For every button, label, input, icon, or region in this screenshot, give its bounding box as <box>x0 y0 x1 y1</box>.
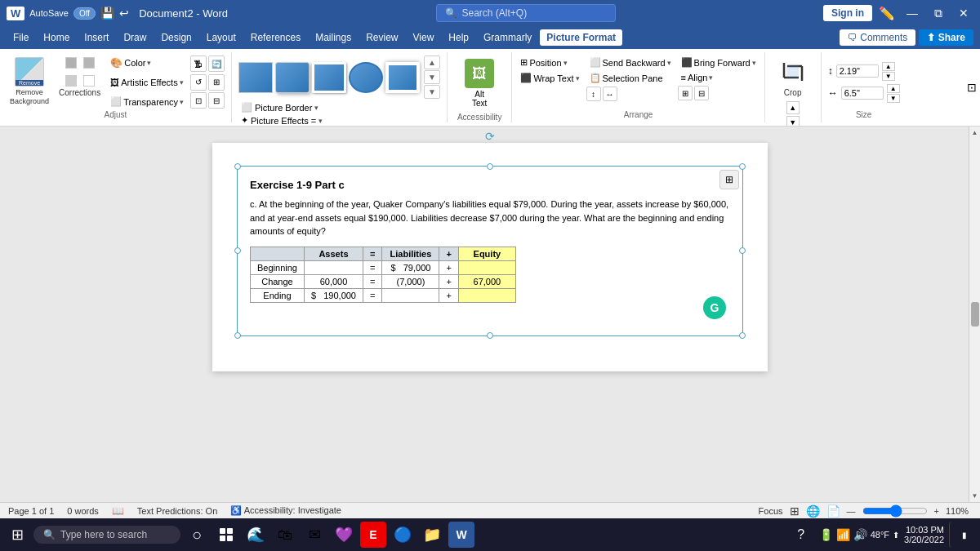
menu-view[interactable]: View <box>407 29 441 46</box>
taskbar-apps-button[interactable] <box>213 522 239 548</box>
picture-effects-button[interactable]: ✦ Picture Effects = ▾ <box>238 114 440 127</box>
selection-pane-button[interactable]: 📋 Selection Pane <box>586 71 675 85</box>
taskbar-circle-button[interactable]: ○ <box>184 522 210 548</box>
arrange-mini-1[interactable]: ↕ <box>586 87 601 101</box>
resize-handle-br[interactable] <box>739 332 746 339</box>
position-button[interactable]: ⊞ Position ▾ <box>517 56 582 69</box>
view-read-icon[interactable]: 📄 <box>826 504 840 518</box>
menu-insert[interactable]: Insert <box>78 29 115 46</box>
taskbar-help-icon[interactable]: ? <box>788 522 814 548</box>
picture-border-button[interactable]: ⬜ Picture Border ▾ <box>238 101 440 113</box>
resize-handle-tc[interactable] <box>487 163 493 170</box>
width-up[interactable]: ▲ <box>887 84 900 93</box>
accessibility-status[interactable]: ♿ Accessibility: Investigate <box>230 505 341 516</box>
clock[interactable]: 10:03 PM 3/20/2022 <box>904 525 944 544</box>
menu-design[interactable]: Design <box>154 29 198 46</box>
menu-file[interactable]: File <box>7 29 35 46</box>
height-input[interactable] <box>836 64 879 78</box>
resize-handle-tr[interactable] <box>739 163 746 170</box>
selected-image-container[interactable]: ⊞ Exercise 1-9 Part c c. At the beginnin… <box>237 166 743 336</box>
taskbar-chrome-icon[interactable]: 🔵 <box>390 522 416 548</box>
minimize-button[interactable]: — <box>902 7 923 20</box>
menu-help[interactable]: Help <box>442 29 475 46</box>
wrap-options-icon[interactable]: ⊞ <box>719 170 739 189</box>
rotate-handle[interactable]: ⟳ <box>485 130 495 143</box>
taskbar-search[interactable]: 🔍 Type here to search <box>33 526 180 544</box>
start-button[interactable]: ⊞ <box>5 522 30 547</box>
grammarly-button[interactable]: G <box>703 296 726 319</box>
reset-size-button[interactable]: ⊡ <box>190 92 207 109</box>
taskbar-e-icon[interactable]: E <box>360 522 386 548</box>
comments-button[interactable]: 🗨 Comments <box>840 29 915 46</box>
color-button[interactable]: 🎨 Color ▾ <box>107 56 187 70</box>
corrections-button[interactable]: Corrections <box>56 56 104 100</box>
scroll-down-icon[interactable]: ▼ <box>972 492 978 500</box>
resize-handle-bl[interactable] <box>234 332 241 339</box>
ribbon-expand-icon[interactable]: ⊡ <box>964 78 980 97</box>
close-button[interactable]: ✕ <box>954 7 973 20</box>
text-predictions[interactable]: Text Predictions: On <box>137 506 217 516</box>
reset-picture-button[interactable]: ↺ <box>190 74 207 91</box>
share-button[interactable]: ⬆ Share <box>919 29 973 46</box>
picture-style-1[interactable] <box>238 62 273 93</box>
search-box[interactable]: 🔍 Search (Alt+Q) <box>436 4 616 22</box>
menu-review[interactable]: Review <box>359 29 404 46</box>
send-backward-button[interactable]: ⬜ Send Backward ▾ <box>586 56 675 69</box>
transparency-button[interactable]: ⬜ Transparency ▾ <box>107 95 187 109</box>
resize-handle-mr[interactable] <box>739 247 746 254</box>
style-scroll-up[interactable]: ▲ <box>424 56 440 69</box>
artistic-effects-button[interactable]: 🖼 Artistic Effects ▾ <box>107 76 187 89</box>
style-more[interactable]: ▼ <box>424 85 440 99</box>
menu-references[interactable]: References <box>244 29 307 46</box>
remove-background-button[interactable]: Remove RemoveBackground <box>7 56 52 108</box>
autosave-toggle[interactable]: Off <box>74 7 96 20</box>
width-down[interactable]: ▼ <box>887 94 900 103</box>
style-scroll-down[interactable]: ▼ <box>424 70 440 84</box>
align-button[interactable]: ≡ Align ▾ <box>678 71 760 84</box>
adjust-misc-button[interactable]: ⊟ <box>208 92 225 109</box>
sign-in-button[interactable]: Sign in <box>823 5 872 21</box>
view-layout-icon[interactable]: ⊞ <box>790 504 800 518</box>
expand-button[interactable]: ⊞ <box>208 74 225 91</box>
arrange-mini-4[interactable]: ⊟ <box>694 86 709 100</box>
taskbar-store-icon[interactable]: 🛍 <box>272 522 298 548</box>
crop-button[interactable]: Crop <box>775 56 811 100</box>
arrange-mini-3[interactable]: ⊞ <box>678 86 693 100</box>
zoom-out-icon[interactable]: — <box>847 506 856 516</box>
undo-icon[interactable]: ↩ <box>119 7 129 20</box>
height-up[interactable]: ▲ <box>882 62 895 71</box>
taskbar-edge-icon[interactable]: 🌊 <box>243 522 269 548</box>
resize-handle-bc[interactable] <box>487 332 493 339</box>
scroll-up-icon[interactable]: ▲ <box>972 129 978 136</box>
menu-draw[interactable]: Draw <box>117 29 153 46</box>
picture-style-5[interactable] <box>385 62 420 93</box>
taskbar-folder-icon[interactable]: 📁 <box>419 522 445 548</box>
picture-style-4[interactable] <box>349 62 383 93</box>
menu-mailings[interactable]: Mailings <box>309 29 358 46</box>
change-picture-button[interactable]: 🔄 <box>208 56 225 72</box>
save-icon[interactable]: 💾 <box>100 7 114 20</box>
resize-handle-ml[interactable] <box>234 247 241 254</box>
width-input[interactable] <box>841 87 884 100</box>
menu-grammarly[interactable]: Grammarly <box>477 29 538 46</box>
pen-icon[interactable]: ✏️ <box>879 6 895 21</box>
resize-handle-tl[interactable] <box>234 163 241 170</box>
expand-tray-icon[interactable]: ⬆ <box>893 531 899 540</box>
wrap-text-button[interactable]: ⬛ Wrap Text ▾ <box>517 71 582 85</box>
picture-style-2[interactable] <box>275 62 310 93</box>
zoom-in-icon[interactable]: + <box>934 506 939 516</box>
zoom-slider[interactable] <box>862 504 928 518</box>
arrange-mini-2[interactable]: ↔ <box>603 87 617 101</box>
menu-home[interactable]: Home <box>37 29 76 46</box>
taskbar-mail-icon[interactable]: ✉ <box>301 522 327 548</box>
show-desktop-button[interactable]: ▮ <box>949 522 975 548</box>
alt-text-button[interactable]: 🖼 AltText <box>461 56 497 111</box>
taskbar-purple-icon[interactable]: 💜 <box>331 522 357 548</box>
menu-picture-format[interactable]: Picture Format <box>540 29 622 46</box>
menu-layout[interactable]: Layout <box>200 29 243 46</box>
zoom-level[interactable]: 110% <box>946 506 972 516</box>
picture-style-3[interactable] <box>312 62 346 93</box>
bring-forward-button[interactable]: ⬛ Bring Forward ▾ <box>678 56 760 69</box>
restore-button[interactable]: ⧉ <box>929 7 947 20</box>
crop-up[interactable]: ▲ <box>786 101 800 114</box>
